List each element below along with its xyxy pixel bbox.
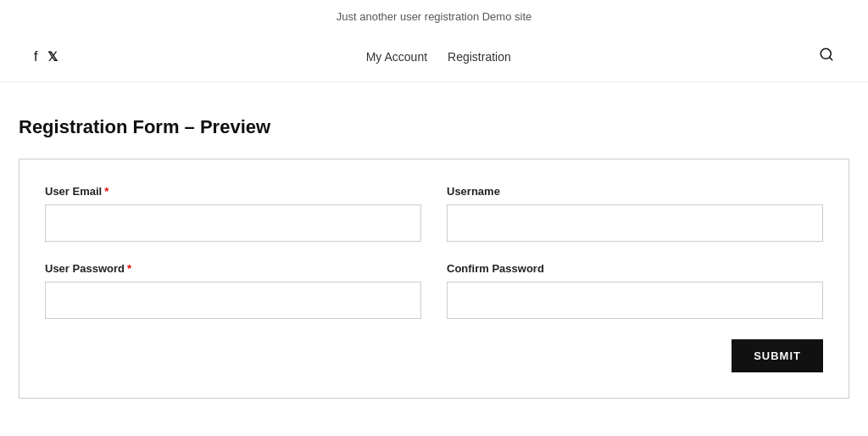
social-icons: f 𝕏 (34, 49, 58, 64)
confirm-password-input[interactable] (447, 282, 823, 319)
required-star: * (104, 185, 108, 198)
user-password-field: User Password* (45, 262, 421, 319)
user-email-input[interactable] (45, 204, 421, 242)
user-password-input[interactable] (45, 282, 421, 319)
facebook-icon[interactable]: f (34, 49, 37, 64)
header: f 𝕏 My Account Registration (0, 31, 868, 82)
submit-button[interactable]: SUBMIT (732, 339, 823, 372)
top-bar: Just another user registration Demo site (0, 0, 868, 31)
twitter-icon[interactable]: 𝕏 (47, 49, 58, 64)
user-email-field: User Email* (45, 185, 421, 242)
submit-row: SUBMIT (45, 339, 823, 372)
page-title: Registration Form – Preview (19, 116, 849, 138)
confirm-password-label: Confirm Password (447, 262, 823, 275)
form-row-2: User Password* Confirm Password (45, 262, 823, 319)
search-icon[interactable] (819, 47, 834, 66)
main-content: Registration Form – Preview User Email* … (2, 82, 866, 433)
nav-links: My Account Registration (366, 50, 511, 64)
user-password-label: User Password* (45, 262, 421, 275)
username-input[interactable] (447, 204, 823, 242)
nav-registration[interactable]: Registration (448, 50, 511, 64)
user-email-label: User Email* (45, 185, 421, 198)
nav-my-account[interactable]: My Account (366, 50, 427, 64)
form-row-1: User Email* Username (45, 185, 823, 242)
username-field: Username (447, 185, 823, 242)
username-label: Username (447, 185, 823, 198)
confirm-password-field: Confirm Password (447, 262, 823, 319)
tagline: Just another user registration Demo site (337, 10, 532, 23)
required-star-2: * (127, 262, 131, 275)
svg-line-1 (829, 57, 832, 59)
registration-form: User Email* Username User Password* (19, 159, 849, 399)
